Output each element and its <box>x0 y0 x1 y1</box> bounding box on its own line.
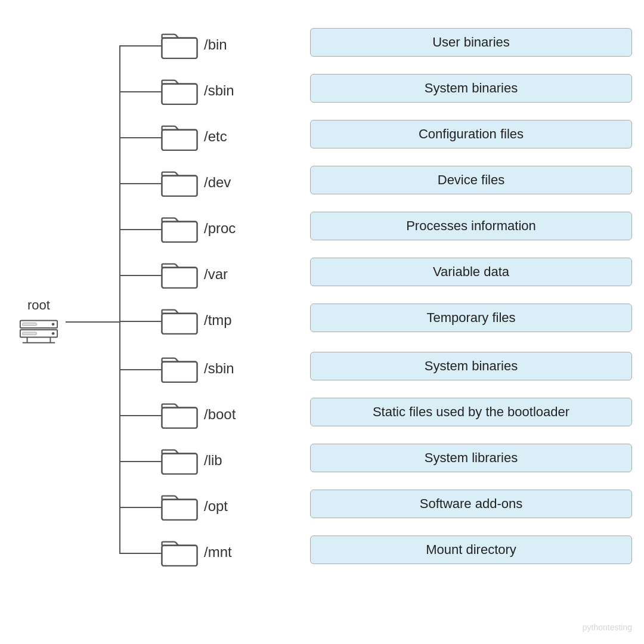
branch-h-line <box>119 91 164 92</box>
svg-rect-14 <box>162 130 197 150</box>
folder-name: /boot <box>204 406 252 423</box>
folder-group: /lib <box>161 445 252 476</box>
svg-rect-24 <box>162 362 197 382</box>
folder-name: /etc <box>204 128 252 145</box>
branch-h-line <box>119 461 164 462</box>
svg-rect-28 <box>162 454 197 474</box>
description-box: Variable data <box>310 258 632 286</box>
root-label: root <box>27 298 50 313</box>
folder-name: /opt <box>204 498 252 515</box>
folder-group: /boot <box>161 399 252 430</box>
folder-icon <box>161 121 198 152</box>
description-box: System binaries <box>310 352 632 380</box>
branch-h-line <box>119 321 164 322</box>
folder-icon <box>161 491 198 522</box>
branch-h-line <box>119 183 164 184</box>
branch-h-line <box>119 45 164 47</box>
branch-h-line <box>119 415 164 416</box>
folder-group: /etc <box>161 121 252 152</box>
svg-rect-10 <box>162 38 197 58</box>
folder-group: /tmp <box>161 305 252 336</box>
svg-rect-20 <box>162 268 197 288</box>
folder-group: /var <box>161 259 252 290</box>
folder-group: /dev <box>161 167 252 198</box>
folder-group: /sbin <box>161 353 252 384</box>
trunk-h-line <box>66 321 119 323</box>
root-node: root <box>18 298 60 346</box>
svg-rect-18 <box>162 222 197 242</box>
folder-name: /dev <box>204 174 252 191</box>
folder-name: /bin <box>204 36 252 53</box>
svg-rect-4 <box>23 323 36 326</box>
folder-name: /proc <box>204 220 252 237</box>
folder-icon <box>161 75 198 106</box>
description-box: Temporary files <box>310 304 632 332</box>
folder-icon <box>161 305 198 336</box>
watermark: pythontesting <box>583 623 632 632</box>
branch-h-line <box>119 275 164 276</box>
folder-group: /opt <box>161 491 252 522</box>
description-box: System libraries <box>310 444 632 472</box>
svg-rect-16 <box>162 176 197 196</box>
server-icon <box>18 315 60 346</box>
svg-rect-12 <box>162 84 197 104</box>
folder-icon <box>161 399 198 430</box>
svg-rect-5 <box>23 332 36 335</box>
description-box: Static files used by the bootloader <box>310 398 632 426</box>
folder-name: /lib <box>204 452 252 469</box>
folder-icon <box>161 353 198 384</box>
folder-icon <box>161 213 198 244</box>
description-box: System binaries <box>310 74 632 103</box>
folder-name: /sbin <box>204 360 252 377</box>
folder-group: /bin <box>161 29 252 60</box>
svg-point-3 <box>52 332 55 335</box>
svg-rect-22 <box>162 314 197 334</box>
folder-group: /proc <box>161 213 252 244</box>
folder-group: /mnt <box>161 537 252 568</box>
description-box: Mount directory <box>310 535 632 564</box>
description-box: Processes information <box>310 212 632 240</box>
folder-icon <box>161 445 198 476</box>
folder-icon <box>161 259 198 290</box>
description-box: Software add-ons <box>310 490 632 518</box>
svg-rect-26 <box>162 408 197 428</box>
folder-icon <box>161 537 198 568</box>
branch-h-line <box>119 137 164 138</box>
folder-icon <box>161 167 198 198</box>
description-box: User binaries <box>310 28 632 57</box>
branch-h-line <box>119 369 164 370</box>
folder-name: /sbin <box>204 82 252 99</box>
branch-h-line <box>119 229 164 230</box>
branch-h-line <box>119 507 164 508</box>
folder-name: /mnt <box>204 544 252 561</box>
folder-icon <box>161 29 198 60</box>
svg-point-2 <box>52 323 55 326</box>
folder-group: /sbin <box>161 75 252 106</box>
trunk-v-line <box>119 46 120 553</box>
description-box: Configuration files <box>310 120 632 148</box>
svg-rect-32 <box>162 546 197 566</box>
diagram: root /bin <box>0 0 644 644</box>
folder-name: /tmp <box>204 312 252 329</box>
svg-rect-30 <box>162 500 197 520</box>
description-box: Device files <box>310 166 632 194</box>
branch-h-line <box>119 553 164 554</box>
folder-name: /var <box>204 266 252 283</box>
